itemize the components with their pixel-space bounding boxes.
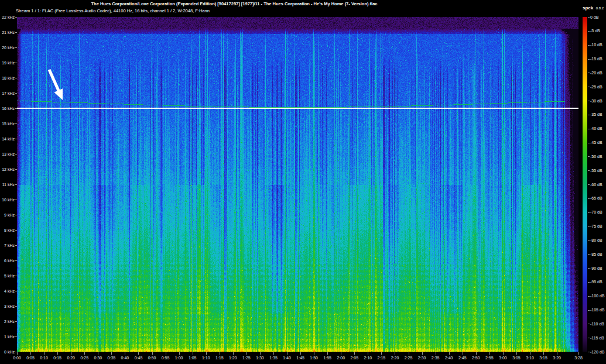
db-tick-mark [588,282,590,283]
freq-tick-mark [15,321,17,322]
db-tick-mark [588,156,590,157]
db-tick-mark [588,31,590,32]
db-tick-label: -25 dB [590,84,602,90]
freq-tick-mark [15,184,17,185]
db-tick-label: -5 dB [590,28,600,33]
db-tick-label: -35 dB [590,112,602,117]
time-tick-mark [436,352,436,355]
time-tick-mark [84,352,85,355]
freq-tick-label: 6 kHz [0,258,15,263]
freq-tick-mark [15,47,17,48]
db-tick-mark [588,268,590,269]
freq-tick-mark [15,336,17,337]
time-tick-mark [57,352,58,355]
db-tick-label: -105 dB [590,307,605,313]
db-tick-mark [588,170,590,171]
freq-tick-label: 3 kHz [0,304,15,309]
freq-tick-label: 19 kHz [0,60,15,66]
db-tick-label: -10 dB [590,42,602,47]
freq-tick-label: 21 kHz [0,30,15,35]
db-tick-mark [588,254,590,255]
db-tick-label: -100 dB [590,293,605,298]
time-tick-mark [233,352,234,355]
db-tick-mark [588,115,590,115]
freq-tick-mark [15,17,17,18]
freq-tick-mark [15,169,17,170]
freq-tick-label: 1 kHz [0,334,15,339]
db-tick-mark [588,184,590,185]
time-tick-mark [193,352,193,355]
time-tick-label: 3:20 [548,355,566,360]
time-tick-mark [543,352,544,355]
time-tick-mark [368,352,368,355]
window-title: The Hues Corporation/Love Corporation (E… [0,1,468,6]
db-tick-mark [588,129,590,129]
freq-tick-mark [15,108,17,109]
db-tick-mark [588,17,590,18]
time-tick-mark [246,352,247,355]
time-tick-mark [463,352,463,355]
time-tick-mark [530,352,530,355]
freq-tick-mark [15,139,17,139]
time-tick-mark [44,352,44,355]
db-tick-label: -110 dB [590,321,604,327]
db-tick-label: -80 dB [590,238,602,243]
time-tick-mark [422,352,423,355]
time-tick-mark [17,352,18,355]
db-tick-mark [588,45,590,46]
time-tick-mark [300,352,301,355]
freq-tick-mark [15,230,17,231]
db-tick-mark [588,59,590,60]
freq-tick-label: 18 kHz [0,75,15,81]
time-tick-mark [409,352,409,355]
freq-tick-label: 17 kHz [0,91,15,96]
freq-tick-mark [15,215,17,215]
freq-tick-label: 4 kHz [0,289,15,294]
stream-info-text: Stream 1 / 1: FLAC (Free Lossless Audio … [16,8,210,13]
db-tick-label: -70 dB [590,210,602,215]
freq-tick-label: 0 kHz [0,349,15,355]
time-tick-mark [220,352,220,355]
db-tick-mark [588,143,590,143]
freq-tick-mark [15,78,17,78]
time-tick-mark [516,352,517,355]
time-tick-mark [354,352,355,355]
time-tick-mark [578,352,579,355]
time-tick-label: 3:28 [570,355,587,360]
db-tick-mark [588,198,590,199]
db-tick-mark [588,338,590,338]
freq-tick-mark [15,93,17,94]
app-brand: spek 0.8.2 [583,1,604,12]
time-tick-mark [476,352,477,355]
db-tick-mark [588,212,590,213]
time-tick-mark [489,352,490,355]
db-tick-mark [588,324,590,324]
db-tick-label: -90 dB [590,266,602,271]
time-tick-mark [327,352,328,355]
freq-tick-label: 8 kHz [0,228,15,233]
freq-tick-label: 14 kHz [0,136,15,142]
db-tick-mark [588,352,590,352]
time-tick-mark [557,352,557,355]
freq-tick-mark [15,276,17,276]
time-tick-mark [260,352,261,355]
time-tick-mark [166,352,166,355]
time-tick-mark [503,352,504,355]
db-tick-mark [588,240,590,241]
freq-tick-label: 20 kHz [0,45,15,50]
freq-tick-mark [15,291,17,291]
spek-window: { "window": { "title": "The Hues Corpora… [0,0,606,364]
time-tick-mark [449,352,450,355]
db-tick-label: -55 dB [590,168,602,173]
freq-tick-mark [15,63,17,63]
app-version: 0.8.2 [596,6,604,10]
freq-tick-label: 10 kHz [0,197,15,202]
time-tick-mark [98,352,98,355]
db-tick-label: -75 dB [590,224,602,229]
db-tick-label: -20 dB [590,70,602,75]
time-tick-mark [152,352,153,355]
freq-tick-label: 2 kHz [0,319,15,324]
freq-tick-mark [15,200,17,200]
time-tick-mark [30,352,31,355]
app-name: spek [583,5,593,11]
